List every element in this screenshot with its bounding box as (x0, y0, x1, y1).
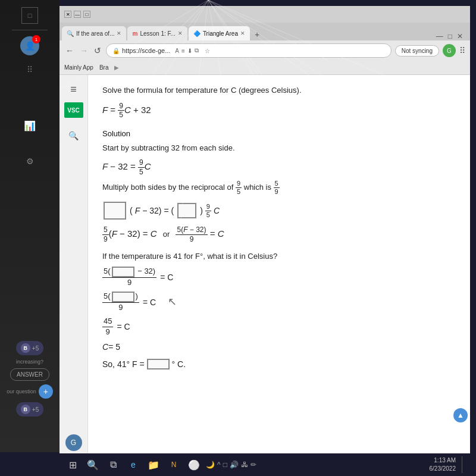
plus5-label: +5 (32, 345, 39, 352)
notification-badge: 1 (32, 35, 40, 43)
address-bar: ← → ↺ 🔒 https://scde-ge... A ≡ ⬇ ⧉ ☆ Not… (60, 40, 470, 61)
answer-box-1[interactable] (112, 267, 134, 277)
tab2-favicon: m (132, 30, 137, 37)
taskbar-clock: 1:13 AM 6/23/2022 (430, 456, 456, 473)
lock-icon: 🔒 (112, 48, 120, 54)
time-display: 1:13 AM (430, 456, 456, 465)
menu-toggle[interactable]: ≡ (63, 79, 84, 100)
tab3-label: Triangle Area (203, 30, 238, 37)
problem-text: Solve the formula for temperature for C … (102, 84, 456, 97)
vsc-logo: VSC (67, 107, 80, 114)
reader-icon: ≡ (181, 48, 185, 54)
close-button[interactable]: ✕ (64, 11, 71, 18)
question-label: our question (7, 389, 36, 394)
chevron-up-icon[interactable]: ^ (217, 461, 221, 469)
url-box[interactable]: 🔒 https://scde-ge... A ≡ ⬇ ⧉ ☆ (106, 43, 392, 58)
ask-button[interactable]: + (39, 384, 53, 399)
new-tab-button[interactable]: + (251, 29, 263, 40)
tab3-close-icon[interactable]: ✕ (240, 30, 245, 36)
bars-icon: ⠿ (19, 59, 40, 80)
pen-icon: ✏ (250, 461, 256, 469)
tab1-close-icon[interactable]: ✕ (117, 30, 121, 36)
scroll-up-button[interactable]: ▲ (453, 408, 468, 422)
tab-1[interactable]: 🔍 If the area of... ✕ (62, 26, 126, 40)
if-question: If the temperature is 41 for F°, what is… (102, 250, 456, 263)
window-controls: ✕ — □ (64, 11, 90, 18)
moon-icon: 🌙 (206, 461, 215, 469)
volume-icon[interactable]: 🔊 (230, 461, 239, 469)
b-button[interactable]: B +5 (16, 341, 43, 355)
user-avatar-browser[interactable]: G (443, 44, 456, 57)
result-equation: 59(F − 32) = C or 5(F − 32)9 = C (102, 226, 456, 243)
show-desktop-button[interactable] (462, 456, 465, 473)
calc-fraction-3: 45 9 (102, 317, 113, 337)
window-icon[interactable]: □ (21, 7, 38, 24)
calc-steps: 5( − 32) 9 = C 5() 9 = C ↖ (102, 267, 456, 371)
calc-line-1: 5( − 32) 9 = C (102, 267, 456, 288)
mult-equation: (F − 32) = ( )95C (102, 202, 456, 220)
url-text: https://scde-ge... (122, 47, 170, 54)
answer-box-2[interactable] (112, 292, 134, 302)
back-button[interactable]: ← (64, 45, 75, 57)
title-bar: ✕ — □ (60, 6, 470, 23)
tab-3[interactable]: 🔷 Triangle Area ✕ (189, 26, 250, 40)
sync-button[interactable]: Not syncing (395, 45, 439, 57)
user-avatar[interactable]: 👤 1 (20, 36, 39, 55)
bookmark-bra[interactable]: Bra (99, 64, 109, 71)
final-answer-box[interactable] (147, 359, 170, 369)
calc-line-3: 45 9 = C (102, 317, 456, 337)
conclusion-line: So, 41° F = ° C. (102, 358, 456, 371)
maximize-button[interactable]: □ (83, 11, 90, 18)
fraction-9-5: 95 (118, 102, 124, 120)
calc-fraction-1: 5( − 32) 9 (102, 267, 156, 288)
system-tray: 🌙 ^ □ 🔊 🖧 ✏ (206, 461, 256, 469)
font-icon: A (175, 48, 179, 54)
b-button-2[interactable]: B +5 (16, 402, 43, 416)
gear-icon[interactable]: ⚙ (20, 152, 39, 171)
tab2-label: Lesson 1: F... (140, 30, 175, 37)
monitor-icon: □ (223, 461, 227, 469)
minimize-window-icon[interactable]: — (436, 32, 443, 40)
refresh-button[interactable]: ↺ (93, 45, 102, 57)
date-display: 6/23/2022 (430, 465, 456, 473)
nav-sidebar: ≡ VSC 🔍 G (60, 75, 88, 458)
answer-button[interactable]: ANSWER (10, 368, 49, 381)
pip-icon: ⧉ (195, 47, 199, 54)
tab-2[interactable]: m Lesson 1: F... ✕ (127, 26, 187, 40)
nav-search-icon[interactable]: 🔍 (63, 125, 84, 146)
taskview-icon[interactable]: ⧉ (105, 456, 121, 473)
calc-line-2: 5() 9 = C ↖ (102, 292, 456, 313)
input-box-left[interactable] (104, 202, 126, 220)
tab-bar: 🔍 If the area of... ✕ m Lesson 1: F... ✕… (60, 23, 470, 40)
tab3-favicon: 🔷 (193, 30, 201, 37)
start-button[interactable]: ⊞ (64, 456, 81, 473)
nav-avatar[interactable]: G (63, 432, 84, 453)
left-monitor-sidebar: □ 👤 1 ⠿ 📊 ⚙ B +5 increasing? ANSWER our … (0, 0, 60, 452)
bookmark-mainly-app[interactable]: Mainly App (64, 64, 93, 71)
lesson-body: Solve the formula for temperature for C … (102, 84, 456, 371)
extensions-icon[interactable]: ⠿ (459, 46, 465, 55)
file-explorer-icon[interactable]: 📁 (145, 456, 162, 473)
bookmark-arrow: ▶ (114, 64, 119, 71)
input-box-right[interactable] (177, 203, 196, 218)
browser-chrome: ✕ — □ 🔍 If the area of... ✕ m Lesson 1: … (60, 6, 470, 75)
fraction-step1: 95 (138, 158, 145, 176)
chrome-icon[interactable]: ⚪ (186, 456, 202, 473)
fav-icon[interactable]: ☆ (205, 48, 210, 54)
tab1-label: If the area of... (76, 30, 114, 37)
search-taskbar-icon[interactable]: 🔍 (84, 456, 101, 473)
tab2-close-icon[interactable]: ✕ (178, 30, 183, 36)
bottom-side-section: B +5 increasing? ANSWER our question + B… (0, 341, 60, 416)
close-window-icon[interactable]: ✕ (457, 32, 463, 40)
calc-line-4: C = 5 (102, 340, 456, 353)
stats-icon[interactable]: 📊 (19, 115, 40, 136)
bookmarks-bar: Mainly App Bra ▶ (60, 61, 470, 75)
edge-icon[interactable]: e (125, 456, 142, 473)
notepad-icon[interactable]: N (165, 456, 182, 473)
plus5-label-2: +5 (32, 406, 39, 413)
step1-text: Start by subtracting 32 from each side. (102, 142, 456, 155)
minimize-button[interactable]: — (74, 11, 81, 18)
forward-button[interactable]: → (79, 45, 89, 57)
network-icon[interactable]: 🖧 (241, 461, 248, 469)
restore-window-icon[interactable]: □ (448, 32, 452, 40)
